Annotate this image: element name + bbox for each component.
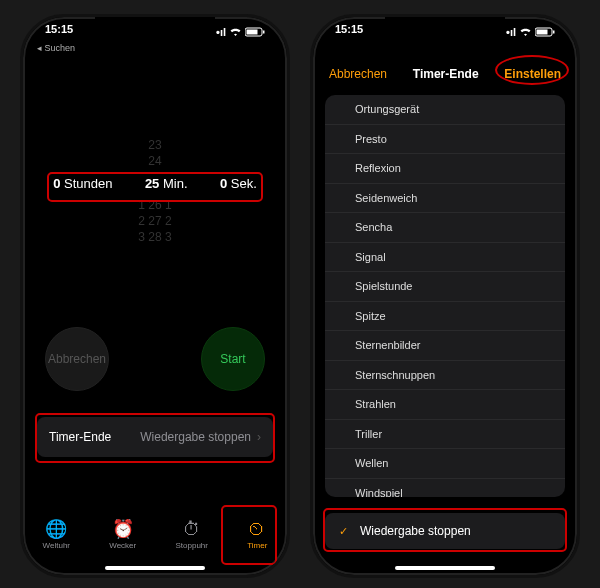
tab-stopwatch[interactable]: ⏱Stoppuhr [175,520,207,550]
status-icons: •ıl [216,23,265,41]
nav-cancel[interactable]: Abbrechen [329,67,387,81]
back-link[interactable]: ◂ Suchen [37,43,75,53]
stopwatch-icon: ⏱ [183,520,201,538]
sound-item[interactable]: Spielstunde [325,272,565,302]
signal-icon: •ıl [216,26,226,38]
timer-end-row[interactable]: Timer-Ende Wiedergabe stoppen› [37,417,273,457]
time-picker[interactable]: 23 24 0 Stunden 25 Min. 0 Sek. 1 26 1 2 … [37,137,273,257]
nav-save[interactable]: Einstellen [504,67,561,81]
alarm-icon: ⏰ [112,520,134,538]
tab-timer[interactable]: ⏲Timer [247,520,267,550]
sound-item[interactable]: Triller [325,420,565,450]
picker-selected-row: 0 Stunden 25 Min. 0 Sek. [37,169,273,197]
status-time: 15:15 [335,23,363,41]
picker-above: 23 24 [37,137,273,169]
sound-item[interactable]: Seidenweich [325,184,565,214]
stop-playback-row[interactable]: ✓ Wiedergabe stoppen [325,513,565,549]
check-icon: ✓ [339,525,348,538]
home-indicator[interactable] [395,566,495,570]
sound-item[interactable]: Spitze [325,302,565,332]
sound-item[interactable]: Ortungsgerät [325,95,565,125]
picker-below: 1 26 1 2 27 2 3 28 3 [37,197,273,245]
tab-alarm[interactable]: ⏰Wecker [109,520,136,550]
tab-world-clock[interactable]: 🌐Weltuhr [43,520,70,550]
phone-sound-picker: 15:15 •ıl Abbrechen Timer-Ende Einstelle… [310,14,580,578]
sound-item[interactable]: Sencha [325,213,565,243]
sound-item[interactable]: Reflexion [325,154,565,184]
battery-icon [245,27,265,37]
phone-timer: 15:15 •ıl ◂ Suchen 23 24 0 Stunden 25 Mi… [20,14,290,578]
notch [385,17,505,39]
timer-icon: ⏲ [248,520,266,538]
status-icons: •ıl [506,23,555,41]
home-indicator[interactable] [105,566,205,570]
battery-icon [535,27,555,37]
svg-rect-4 [537,30,548,35]
stop-playback-label: Wiedergabe stoppen [360,524,471,538]
nav-bar: Abbrechen Timer-Ende Einstellen [313,59,577,89]
svg-rect-1 [247,30,258,35]
start-button[interactable]: Start [201,327,265,391]
signal-icon: •ıl [506,26,516,38]
svg-rect-2 [263,31,265,34]
globe-icon: 🌐 [45,520,67,538]
sound-item[interactable]: Sternschnuppen [325,361,565,391]
notch [95,17,215,39]
nav-title: Timer-Ende [413,67,479,81]
cancel-button[interactable]: Abbrechen [45,327,109,391]
timer-end-value: Wiedergabe stoppen [140,430,251,444]
sound-item[interactable]: Sternenbilder [325,331,565,361]
chevron-right-icon: › [257,430,261,444]
status-time: 15:15 [45,23,73,41]
sound-item[interactable]: Signal [325,243,565,273]
sound-list[interactable]: OrtungsgerätPrestoReflexionSeidenweichSe… [325,95,565,497]
svg-rect-5 [553,31,555,34]
tab-bar: 🌐Weltuhr ⏰Wecker ⏱Stoppuhr ⏲Timer [23,507,287,563]
sound-item[interactable]: Wellen [325,449,565,479]
timer-end-label: Timer-Ende [49,430,111,444]
sound-item[interactable]: Strahlen [325,390,565,420]
sound-item[interactable]: Presto [325,125,565,155]
wifi-icon [519,27,532,37]
sound-item[interactable]: Windspiel [325,479,565,498]
wifi-icon [229,27,242,37]
